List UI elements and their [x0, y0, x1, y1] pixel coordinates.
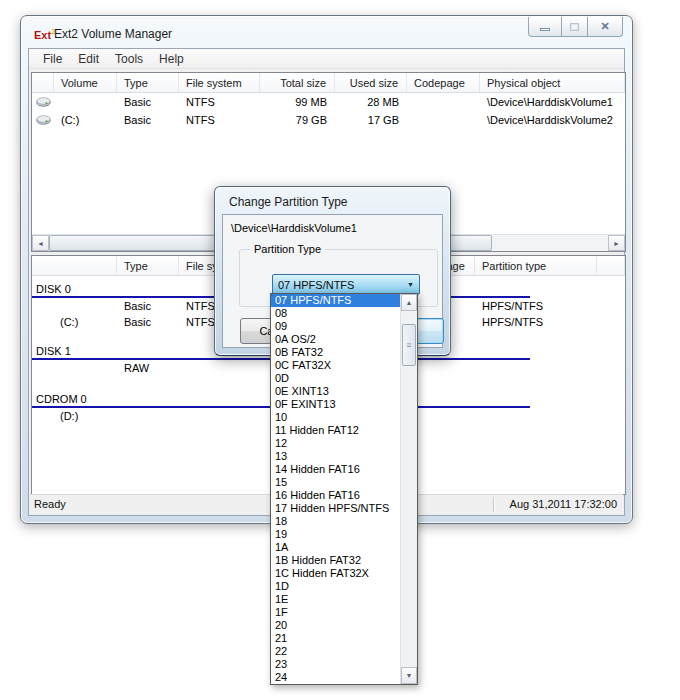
column-header-filler	[597, 256, 625, 275]
combobox-value: 07 HPFS/NTFS	[273, 279, 402, 291]
cell-partition-type: HPFS/NTFS	[475, 300, 597, 312]
dropdown-item[interactable]: 1D	[271, 580, 400, 593]
disk-icon	[32, 115, 54, 125]
dropdown-item[interactable]: 12	[271, 437, 400, 450]
dropdown-item[interactable]: 1C Hidden FAT32X	[271, 567, 400, 580]
dropdown-item[interactable]: 09	[271, 320, 400, 333]
dropdown-item[interactable]: 20	[271, 619, 400, 632]
maximize-button[interactable]	[562, 17, 588, 37]
dropdown-item[interactable]: 24	[271, 671, 400, 684]
dropdown-item[interactable]: 23	[271, 658, 400, 671]
dropdown-item[interactable]: 1A	[271, 541, 400, 554]
cell-partition-type: HPFS/NTFS	[475, 316, 597, 328]
dropdown-item[interactable]: 1E	[271, 593, 400, 606]
dropdown-item[interactable]: 18	[271, 515, 400, 528]
column-header-icon[interactable]	[32, 73, 54, 92]
cell-type: Basic	[117, 316, 179, 328]
menu-bar: File Edit Tools Help	[29, 49, 624, 69]
volume-row[interactable]: Basic NTFS 99 MB 28 MB \Device\HarddiskV…	[32, 93, 625, 111]
column-header-filesystem[interactable]: File system	[179, 73, 260, 92]
column-header-total-size[interactable]: Total size	[260, 73, 335, 92]
minimize-icon	[540, 28, 550, 31]
device-path-label: \Device\HarddiskVolume1	[231, 222, 357, 234]
dropdown-item[interactable]: 14 Hidden FAT16	[271, 463, 400, 476]
close-icon: ✕	[600, 20, 609, 33]
column-header-type[interactable]: Type	[117, 256, 179, 275]
cell-used-size: 28 MB	[335, 96, 407, 108]
scroll-right-icon[interactable]: ►	[608, 235, 625, 251]
volume-row[interactable]: (C:) Basic NTFS 79 GB 17 GB \Device\Hard…	[32, 111, 625, 129]
dropdown-item[interactable]: 17 Hidden HPFS/NTFS	[271, 502, 400, 515]
titlebar[interactable]: Ext2 Ext2 Volume Manager ✕	[21, 16, 632, 49]
dropdown-item[interactable]: 1B Hidden FAT32	[271, 554, 400, 567]
page: Ext2 Ext2 Volume Manager ✕ File Edit Too…	[0, 0, 680, 700]
cell-used-size: 17 GB	[335, 114, 407, 126]
scroll-up-icon[interactable]: ▲	[401, 294, 417, 311]
cell-total-size: 79 GB	[260, 114, 335, 126]
status-datetime: Aug 31,2011 17:32:00	[510, 498, 617, 510]
menu-help[interactable]: Help	[151, 50, 192, 68]
column-header-name[interactable]	[32, 256, 117, 275]
cell-volume: (C:)	[32, 316, 117, 328]
partition-type-dropdown: 07 HPFS/NTFS 08 09 0A OS/2 0B FAT32 0C F…	[270, 293, 418, 685]
cell-type: Basic	[117, 96, 179, 108]
menu-edit[interactable]: Edit	[70, 50, 107, 68]
caption-buttons: ✕	[528, 17, 623, 37]
cell-volume: (D:)	[32, 410, 117, 422]
column-header-physical-object[interactable]: Physical object	[480, 73, 625, 92]
scroll-left-icon[interactable]: ◄	[32, 235, 49, 251]
dropdown-item[interactable]: 10	[271, 411, 400, 424]
dialog-title: Change Partition Type	[229, 195, 348, 209]
dropdown-item[interactable]: 21	[271, 632, 400, 645]
scrollbar-thumb[interactable]: ≡	[402, 324, 416, 366]
maximize-icon	[570, 23, 579, 31]
dropdown-item[interactable]: 0B FAT32	[271, 346, 400, 359]
menu-tools[interactable]: Tools	[107, 50, 151, 68]
window-title: Ext2 Volume Manager	[54, 27, 172, 41]
cell-physical-object: \Device\HarddiskVolume1	[480, 96, 625, 108]
column-header-codepage[interactable]: Codepage	[407, 73, 480, 92]
dropdown-item[interactable]: 15	[271, 476, 400, 489]
dropdown-item[interactable]: 22	[271, 645, 400, 658]
status-text: Ready	[34, 498, 66, 510]
dropdown-item[interactable]: 0D	[271, 372, 400, 385]
disk-icon	[32, 97, 54, 107]
cell-filesystem: NTFS	[179, 114, 260, 126]
dropdown-item[interactable]: 19	[271, 528, 400, 541]
column-header-partition-type[interactable]: Partition type	[475, 256, 597, 275]
status-separator	[493, 497, 494, 512]
column-header-type[interactable]: Type	[117, 73, 179, 92]
dropdown-item[interactable]: 0C FAT32X	[271, 359, 400, 372]
cell-type: Basic	[117, 300, 179, 312]
close-button[interactable]: ✕	[588, 17, 623, 37]
chevron-down-icon[interactable]: ▼	[402, 281, 419, 288]
cell-physical-object: \Device\HarddiskVolume2	[480, 114, 625, 126]
dropdown-item[interactable]: 16 Hidden FAT16	[271, 489, 400, 502]
dropdown-item[interactable]: 0A OS/2	[271, 333, 400, 346]
partition-type-combobox[interactable]: 07 HPFS/NTFS ▼	[272, 274, 420, 295]
dropdown-item[interactable]: 13	[271, 450, 400, 463]
cell-filesystem: NTFS	[179, 96, 260, 108]
column-header-volume[interactable]: Volume	[54, 73, 117, 92]
dropdown-item[interactable]: 11 Hidden FAT12	[271, 424, 400, 437]
dropdown-scrollbar[interactable]: ▲ ≡ ▼	[400, 294, 417, 684]
dropdown-item[interactable]: 0E XINT13	[271, 385, 400, 398]
minimize-button[interactable]	[528, 17, 562, 37]
cell-volume: (C:)	[54, 114, 117, 126]
dropdown-item[interactable]: 1F	[271, 606, 400, 619]
volumes-header: Volume Type File system Total size Used …	[32, 73, 625, 93]
menu-file[interactable]: File	[35, 50, 70, 68]
column-header-used-size[interactable]: Used size	[335, 73, 407, 92]
dropdown-item[interactable]: 07 HPFS/NTFS	[271, 294, 400, 307]
cell-type: Basic	[117, 114, 179, 126]
dropdown-list: 07 HPFS/NTFS 08 09 0A OS/2 0B FAT32 0C F…	[271, 294, 400, 684]
scroll-down-icon[interactable]: ▼	[401, 667, 417, 684]
groupbox-label: Partition Type	[250, 243, 325, 255]
cell-type: RAW	[117, 362, 179, 374]
cell-total-size: 99 MB	[260, 96, 335, 108]
dropdown-item[interactable]: 0F EXINT13	[271, 398, 400, 411]
dropdown-item[interactable]: 08	[271, 307, 400, 320]
app-icon: Ext2	[34, 27, 56, 41]
